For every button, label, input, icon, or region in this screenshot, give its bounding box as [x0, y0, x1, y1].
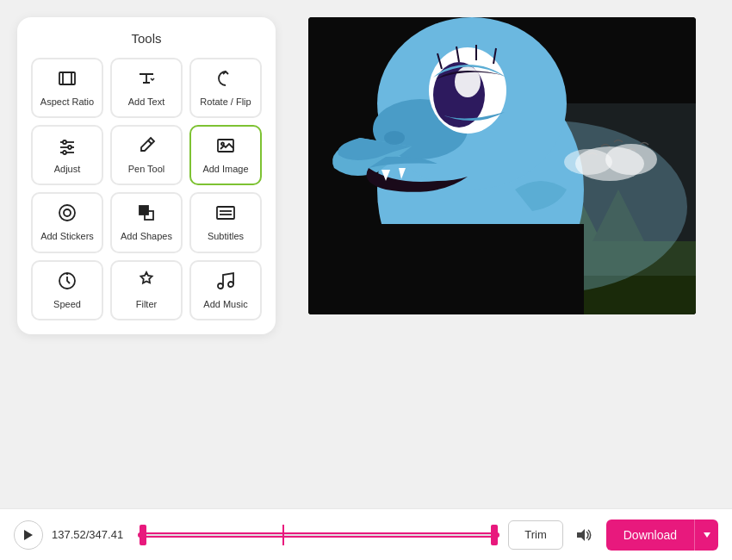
svg-point-18: [228, 282, 233, 287]
download-button[interactable]: Download: [606, 520, 694, 551]
tool-add-image[interactable]: Add Image: [189, 125, 262, 185]
download-dropdown-button[interactable]: [694, 520, 718, 551]
svg-marker-48: [704, 532, 710, 538]
adjust-label: Adjust: [54, 164, 81, 175]
tool-add-text[interactable]: Add Text: [110, 58, 183, 118]
svg-rect-0: [59, 72, 75, 84]
tool-rotate-flip[interactable]: Rotate / Flip: [189, 58, 262, 118]
rotate-flip-label: Rotate / Flip: [200, 96, 251, 108]
svg-marker-47: [577, 529, 585, 541]
add-shapes-icon: [136, 202, 157, 227]
tools-grid: Aspect Ratio Add Text: [31, 58, 262, 320]
add-shapes-label: Add Shapes: [121, 231, 172, 242]
add-text-label: Add Text: [128, 96, 165, 108]
filter-label: Filter: [136, 299, 157, 310]
tool-add-stickers[interactable]: Add Stickers: [31, 192, 103, 252]
svg-point-37: [384, 131, 405, 145]
rotate-flip-icon: [215, 68, 236, 92]
volume-button[interactable]: [572, 522, 598, 548]
tool-add-shapes[interactable]: Add Shapes: [110, 192, 183, 252]
speed-label: Speed: [53, 299, 81, 310]
tool-subtitles[interactable]: Subtitles: [189, 192, 262, 252]
svg-point-40: [605, 144, 657, 175]
add-stickers-icon: [57, 202, 78, 227]
pen-tool-label: Pen Tool: [128, 164, 165, 175]
bottom-bar: 137.52/347.41 Trim Download: [0, 508, 732, 560]
add-stickers-label: Add Stickers: [40, 231, 94, 242]
pen-tool-icon: [136, 135, 157, 159]
add-music-label: Add Music: [203, 299, 247, 310]
subtitles-icon: [215, 202, 236, 227]
tools-title: Tools: [31, 31, 262, 46]
svg-point-17: [218, 283, 223, 289]
play-button[interactable]: [14, 520, 43, 550]
time-display: 137.52/347.41: [52, 528, 129, 541]
svg-rect-11: [140, 206, 148, 215]
timeline-range: [138, 532, 499, 538]
add-text-icon: [136, 68, 157, 92]
timeline-thumb-right[interactable]: [491, 525, 498, 545]
add-music-icon: [215, 271, 236, 295]
svg-point-9: [59, 205, 75, 221]
svg-point-4: [63, 140, 66, 144]
timeline-track: [138, 532, 499, 538]
tool-filter[interactable]: Filter: [110, 260, 183, 320]
aspect-ratio-icon: [57, 68, 78, 92]
video-preview: [289, 17, 715, 314]
tool-aspect-ratio[interactable]: Aspect Ratio: [31, 58, 103, 118]
subtitles-label: Subtitles: [208, 231, 244, 242]
video-frame: [308, 17, 696, 314]
svg-marker-46: [24, 530, 33, 540]
speed-icon: [57, 271, 78, 295]
timeline-thumb-left[interactable]: [140, 525, 146, 545]
tools-panel: Tools Aspect Ratio: [17, 17, 276, 334]
svg-point-10: [64, 209, 71, 216]
svg-rect-38: [308, 224, 584, 314]
add-image-icon: [215, 135, 236, 159]
svg-point-5: [68, 146, 71, 149]
svg-point-41: [564, 149, 612, 175]
svg-point-8: [221, 143, 224, 146]
svg-point-6: [63, 151, 66, 154]
timeline-playhead: [282, 525, 284, 545]
trim-button[interactable]: Trim: [508, 520, 563, 550]
filter-icon: [136, 271, 157, 295]
tool-adjust[interactable]: Adjust: [31, 125, 103, 185]
aspect-ratio-label: Aspect Ratio: [40, 96, 94, 108]
tool-speed[interactable]: Speed: [31, 260, 103, 320]
timeline-container[interactable]: [138, 520, 499, 550]
download-btn-group: Download: [606, 520, 718, 551]
adjust-icon: [57, 135, 78, 159]
svg-rect-13: [217, 207, 234, 219]
tool-add-music[interactable]: Add Music: [189, 260, 262, 320]
add-image-label: Add Image: [202, 164, 248, 175]
tool-pen-tool[interactable]: Pen Tool: [110, 125, 183, 185]
